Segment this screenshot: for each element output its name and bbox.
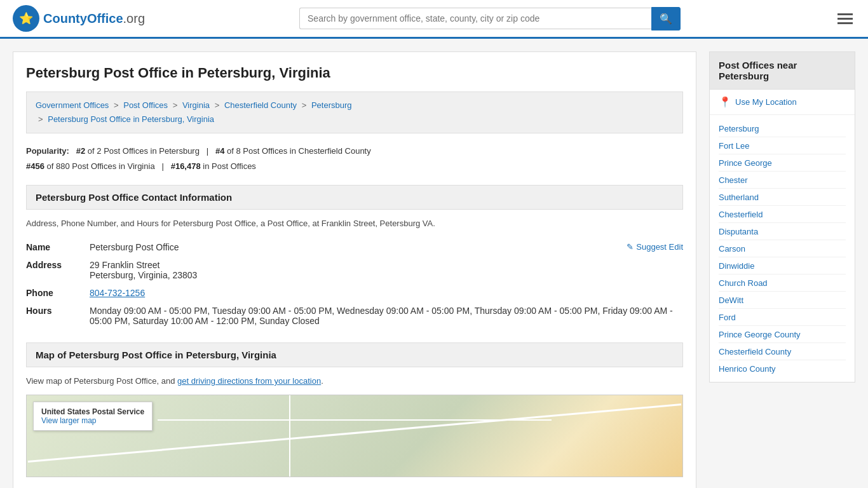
main-container: Petersburg Post Office in Petersburg, Vi…	[0, 39, 868, 488]
sidebar-location: 📍 Use My Location	[710, 90, 855, 115]
contact-info-table: Name Petersburg Post Office ✎ Suggest Ed…	[26, 238, 683, 330]
sidebar-item-link[interactable]: Chester	[719, 175, 748, 185]
logo-text: CountyOffice.org	[43, 11, 145, 26]
map-road-2	[158, 419, 551, 421]
suggest-edit-icon: ✎	[627, 242, 634, 252]
sidebar-item: Chesterfield	[719, 206, 846, 223]
breadcrumb-post-offices[interactable]: Post Offices	[123, 100, 168, 110]
name-value: Petersburg Post Office ✎ Suggest Edit	[90, 238, 683, 256]
contact-section-header: Petersburg Post Office Contact Informati…	[26, 185, 683, 210]
sidebar-item: Dinwiddie	[719, 257, 846, 274]
sidebar-item: Church Road	[719, 274, 846, 292]
hours-label: Hours	[26, 302, 90, 330]
sidebar: Post Offices near Petersburg 📍 Use My Lo…	[709, 51, 855, 488]
map-overlay: United States Postal Service View larger…	[33, 402, 153, 431]
content-area: Petersburg Post Office in Petersburg, Vi…	[13, 51, 696, 488]
address-label: Address	[26, 256, 90, 284]
address-row: Address 29 Franklin Street Petersburg, V…	[26, 256, 683, 284]
rank4: #16,478	[171, 161, 201, 171]
hours-value: Monday 09:00 AM - 05:00 PM, Tuesday 09:0…	[90, 302, 683, 330]
map-description: View map of Petersburg Post Office, and …	[26, 376, 683, 386]
hours-row: Hours Monday 09:00 AM - 05:00 PM, Tuesda…	[26, 302, 683, 330]
search-button[interactable]: 🔍	[651, 7, 681, 30]
sidebar-item: DeWitt	[719, 292, 846, 309]
sidebar-item: Henrico County	[719, 360, 846, 377]
popularity-section: Popularity: #2 of 2 Post Offices in Pete…	[26, 144, 683, 173]
sidebar-item: Chester	[719, 172, 846, 189]
popularity-label: Popularity:	[26, 146, 69, 156]
logo-area: ⭐ CountyOffice.org	[13, 5, 145, 32]
breadcrumb-sep-1: >	[114, 100, 119, 110]
sidebar-item-link[interactable]: Church Road	[719, 278, 768, 288]
map-container: United States Postal Service View larger…	[26, 395, 683, 477]
sidebar-item-link[interactable]: DeWitt	[719, 295, 743, 305]
breadcrumb: Government Offices > Post Offices > Virg…	[26, 92, 683, 133]
menu-bar-2	[837, 18, 853, 20]
rank2: #4	[215, 146, 224, 156]
phone-value: 804-732-1256	[90, 284, 683, 302]
phone-row: Phone 804-732-1256	[26, 284, 683, 302]
sidebar-title: Post Offices near Petersburg	[710, 52, 855, 90]
sidebar-item: Ford	[719, 309, 846, 326]
site-header: ⭐ CountyOffice.org 🔍	[0, 0, 868, 39]
sidebar-item-link[interactable]: Henrico County	[719, 364, 776, 374]
sidebar-item: Sutherland	[719, 189, 846, 206]
sidebar-item: Petersburg	[719, 120, 846, 137]
sidebar-item: Disputanta	[719, 223, 846, 240]
sidebar-item: Prince George County	[719, 326, 846, 343]
location-pin-icon: 📍	[719, 96, 731, 108]
breadcrumb-current[interactable]: Petersburg Post Office in Petersburg, Vi…	[48, 114, 214, 124]
breadcrumb-sep-5: >	[38, 114, 43, 124]
rank2-text: of 8 Post Offices in Chesterfield County	[227, 146, 371, 156]
rank3: #456	[26, 161, 44, 171]
sidebar-item: Fort Lee	[719, 137, 846, 154]
breadcrumb-sep-3: >	[215, 100, 220, 110]
sidebar-item: Prince George	[719, 154, 846, 172]
rank1-text: of 2 Post Offices in Petersburg	[88, 146, 200, 156]
search-input[interactable]	[299, 8, 651, 29]
breadcrumb-sep-2: >	[173, 100, 178, 110]
menu-bar-1	[837, 13, 853, 15]
sidebar-item-link[interactable]: Petersburg	[719, 124, 759, 133]
use-my-location-link[interactable]: Use My Location	[735, 97, 797, 107]
sidebar-item-link[interactable]: Prince George	[719, 158, 772, 168]
phone-label: Phone	[26, 284, 90, 302]
rank3-text: of 880 Post Offices in Virginia	[47, 161, 155, 171]
map-section-header: Map of Petersburg Post Office in Petersb…	[26, 342, 683, 367]
sidebar-item-link[interactable]: Chesterfield	[719, 210, 763, 219]
rank4-text: in Post Offices	[203, 161, 256, 171]
sidebar-box: Post Offices near Petersburg 📍 Use My Lo…	[709, 51, 855, 383]
sidebar-item-link[interactable]: Prince George County	[719, 330, 801, 339]
sidebar-item: Chesterfield County	[719, 343, 846, 360]
phone-link[interactable]: 804-732-1256	[90, 288, 145, 298]
logo-icon: ⭐	[13, 5, 39, 32]
breadcrumb-govt-offices[interactable]: Government Offices	[36, 100, 109, 110]
menu-bar-3	[837, 22, 853, 24]
map-overlay-title: United States Postal Service	[41, 407, 144, 416]
sidebar-item-link[interactable]: Sutherland	[719, 193, 759, 202]
sidebar-item-link[interactable]: Dinwiddie	[719, 261, 754, 271]
contact-description: Address, Phone Number, and Hours for Pet…	[26, 219, 683, 228]
sidebar-list: PetersburgFort LeePrince GeorgeChesterSu…	[710, 115, 855, 382]
sidebar-item: Carson	[719, 240, 846, 257]
breadcrumb-petersburg[interactable]: Petersburg	[311, 100, 352, 110]
name-row: Name Petersburg Post Office ✎ Suggest Ed…	[26, 238, 683, 256]
map-road-3	[289, 395, 290, 477]
sidebar-item-link[interactable]: Ford	[719, 313, 736, 322]
breadcrumb-sep-4: >	[302, 100, 307, 110]
view-larger-map-link[interactable]: View larger map	[41, 416, 96, 425]
sidebar-item-link[interactable]: Fort Lee	[719, 141, 749, 151]
menu-button[interactable]	[835, 11, 855, 27]
sidebar-item-link[interactable]: Chesterfield County	[719, 347, 791, 356]
search-area: 🔍	[299, 7, 681, 30]
driving-directions-link[interactable]: get driving directions from your locatio…	[177, 376, 321, 386]
sidebar-item-link[interactable]: Disputanta	[719, 227, 758, 236]
suggest-edit-link[interactable]: ✎ Suggest Edit	[627, 242, 683, 252]
breadcrumb-virginia[interactable]: Virginia	[182, 100, 210, 110]
sidebar-item-link[interactable]: Carson	[719, 244, 745, 254]
name-label: Name	[26, 238, 90, 256]
breadcrumb-chesterfield[interactable]: Chesterfield County	[224, 100, 297, 110]
rank1: #2	[76, 146, 85, 156]
page-title: Petersburg Post Office in Petersburg, Vi…	[26, 65, 683, 81]
address-value: 29 Franklin Street Petersburg, Virginia,…	[90, 256, 683, 284]
